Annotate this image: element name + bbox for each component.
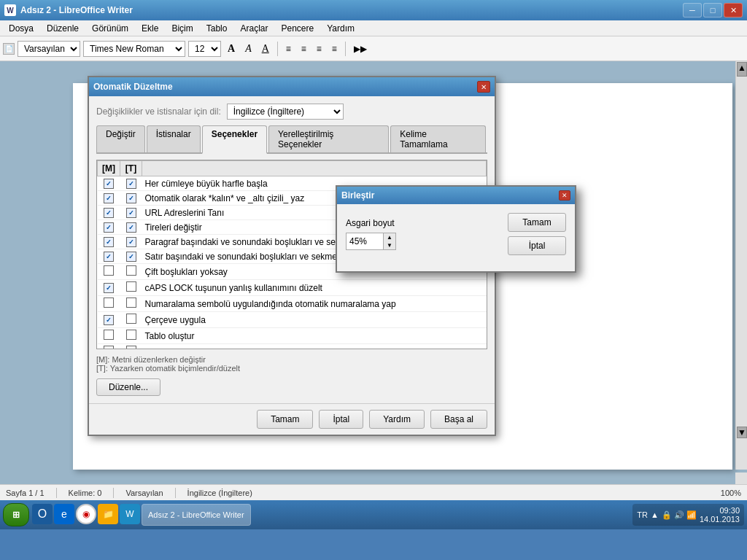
checkbox-m-cell[interactable]	[98, 235, 120, 249]
checkbox-t[interactable]	[126, 346, 136, 349]
checkbox-m[interactable]	[104, 252, 114, 262]
checkbox-t-cell[interactable]	[120, 206, 142, 220]
align-right-button[interactable]: ≡	[313, 40, 325, 58]
font-size-selector[interactable]: 12	[188, 41, 221, 57]
checkbox-t-cell[interactable]	[120, 264, 142, 280]
checkbox-t-cell[interactable]	[120, 344, 142, 350]
menu-araclar[interactable]: Araçlar	[234, 22, 274, 35]
checkbox-m[interactable]	[104, 208, 114, 218]
checkbox-t-cell[interactable]	[120, 312, 142, 328]
menu-duzenle[interactable]: Düzenle	[41, 22, 85, 35]
taskbar-libreoffice-icon[interactable]: W	[120, 504, 140, 524]
table-row[interactable]: Çerçeve uygula	[98, 312, 487, 328]
checkbox-t[interactable]	[126, 265, 136, 276]
taskbar-chrome-icon[interactable]: ◉	[76, 504, 96, 524]
reset-button[interactable]: Başa al	[430, 410, 487, 429]
scrollbar-thumb-down[interactable]: ▼	[737, 427, 747, 438]
maximize-button[interactable]: □	[703, 3, 722, 18]
tab-degistir[interactable]: Değiştir	[96, 125, 145, 152]
table-row[interactable]: Tablo oluştur	[98, 328, 487, 344]
ok-button[interactable]: Tamam	[257, 410, 313, 429]
tab-kelime-tamamlama[interactable]: Kelime Tamamlama	[390, 125, 486, 152]
checkbox-m-cell[interactable]	[98, 176, 120, 191]
menu-dosya[interactable]: Dosya	[3, 22, 39, 35]
menu-ekle[interactable]: Ekle	[136, 22, 164, 35]
menu-pencere[interactable]: Pencere	[275, 22, 320, 35]
close-button[interactable]: ✕	[724, 3, 743, 18]
checkbox-t[interactable]	[126, 237, 136, 247]
sub-cancel-button[interactable]: İptal	[508, 236, 566, 255]
checkbox-t-cell[interactable]	[120, 176, 142, 191]
sub-ok-button[interactable]: Tamam	[508, 213, 566, 232]
start-button[interactable]: ⊞	[3, 503, 29, 526]
checkbox-m[interactable]	[104, 298, 114, 308]
language-select[interactable]: İngilizce (İngiltere)	[227, 104, 344, 120]
scrollbar-right[interactable]: ▲ ▼	[735, 61, 747, 470]
checkbox-m[interactable]	[104, 237, 114, 247]
italic-button[interactable]: A	[241, 40, 255, 58]
merge-input-group[interactable]: ▲ ▼	[346, 233, 396, 250]
checkbox-m-cell[interactable]	[98, 344, 120, 350]
checkbox-m[interactable]	[104, 330, 114, 340]
checkbox-m-cell[interactable]	[98, 206, 120, 220]
table-row[interactable]: Biçemleri Uygula	[98, 344, 487, 350]
menu-gorunum[interactable]: Görünüm	[86, 22, 134, 35]
checkbox-m[interactable]	[104, 283, 114, 293]
scrollbar-thumb-up[interactable]: ▲	[737, 62, 747, 77]
checkbox-m-cell[interactable]	[98, 249, 120, 264]
checkbox-t[interactable]	[126, 208, 136, 218]
taskbar-explorer-icon[interactable]: 📁	[98, 504, 118, 524]
spin-down-button[interactable]: ▼	[384, 241, 395, 249]
taskbar-outlook-icon[interactable]: O	[32, 504, 53, 524]
checkbox-t[interactable]	[126, 314, 136, 324]
checkbox-m[interactable]	[104, 315, 114, 325]
tab-istisnalar[interactable]: İstisnalar	[147, 125, 201, 152]
underline-button[interactable]: A	[258, 40, 273, 58]
checkbox-t-cell[interactable]	[120, 191, 142, 206]
checkbox-t[interactable]	[126, 193, 136, 203]
minimize-button[interactable]: ─	[683, 3, 702, 18]
checkbox-m[interactable]	[104, 265, 114, 276]
checkbox-t[interactable]	[126, 222, 136, 233]
menu-tablo[interactable]: Tablo	[201, 22, 233, 35]
checkbox-m[interactable]	[104, 222, 114, 233]
merge-size-input[interactable]	[347, 233, 383, 249]
checkbox-t-cell[interactable]	[120, 249, 142, 264]
checkbox-t-cell[interactable]	[120, 328, 142, 344]
checkbox-m-cell[interactable]	[98, 280, 120, 296]
checkbox-t-cell[interactable]	[120, 296, 142, 312]
checkbox-t-cell[interactable]	[120, 280, 142, 296]
window-controls[interactable]: ─ □ ✕	[683, 3, 743, 18]
align-justify-button[interactable]: ≡	[328, 40, 341, 58]
edit-button[interactable]: Düzenle...	[96, 378, 160, 396]
tab-secenekler[interactable]: Seçenekler	[202, 125, 267, 154]
more-toolbar-buttons[interactable]: ▶▶	[350, 40, 371, 58]
bold-button[interactable]: A	[224, 40, 239, 58]
checkbox-m[interactable]	[104, 193, 114, 203]
checkbox-m-cell[interactable]	[98, 264, 120, 280]
checkbox-m[interactable]	[104, 179, 114, 189]
font-selector[interactable]: Times New Roman	[83, 41, 185, 57]
spin-up-button[interactable]: ▲	[384, 233, 395, 241]
checkbox-m[interactable]	[104, 346, 114, 349]
menu-bicim[interactable]: Biçim	[166, 22, 198, 35]
table-row[interactable]: cAPS LOCK tuşunun yanlış kullanımını düz…	[98, 280, 487, 296]
checkbox-t-cell[interactable]	[120, 235, 142, 249]
sub-dialog-close-button[interactable]: ✕	[559, 190, 570, 201]
checkbox-m-cell[interactable]	[98, 312, 120, 328]
align-left-button[interactable]: ≡	[282, 40, 295, 58]
help-button[interactable]: Yardım	[369, 410, 425, 429]
table-row[interactable]: Numaralama sembolü uygulandığında otomat…	[98, 296, 487, 312]
taskbar-ie-icon[interactable]: e	[54, 504, 74, 524]
checkbox-t[interactable]	[126, 330, 136, 340]
checkbox-t[interactable]	[126, 298, 136, 308]
spin-buttons[interactable]: ▲ ▼	[383, 233, 395, 249]
taskbar-writer-app[interactable]: Adsız 2 - LibreOffice Writer	[142, 504, 251, 526]
checkbox-t[interactable]	[126, 252, 136, 262]
menu-yardim[interactable]: Yardım	[321, 22, 360, 35]
checkbox-m-cell[interactable]	[98, 328, 120, 344]
checkbox-t-cell[interactable]	[120, 220, 142, 235]
dialog-close-button[interactable]: ✕	[477, 81, 490, 93]
cancel-button[interactable]: İptal	[319, 410, 363, 429]
align-center-button[interactable]: ≡	[298, 40, 310, 58]
